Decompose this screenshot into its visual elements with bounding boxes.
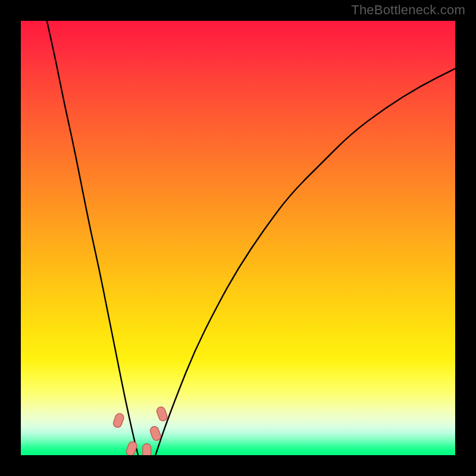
marker-bottom-marker bbox=[143, 444, 151, 455]
chart-area bbox=[21, 21, 455, 455]
marker-right-upper-marker bbox=[156, 406, 168, 422]
series-left-branch bbox=[47, 21, 138, 455]
marker-right-lower-marker bbox=[149, 425, 162, 441]
marker-left-upper-marker bbox=[112, 412, 125, 428]
chart-svg bbox=[21, 21, 455, 455]
watermark-text: TheBottleneck.com bbox=[351, 2, 465, 18]
markers-group bbox=[112, 406, 168, 455]
series-right-branch bbox=[155, 68, 455, 455]
marker-left-lower-marker bbox=[125, 440, 137, 455]
